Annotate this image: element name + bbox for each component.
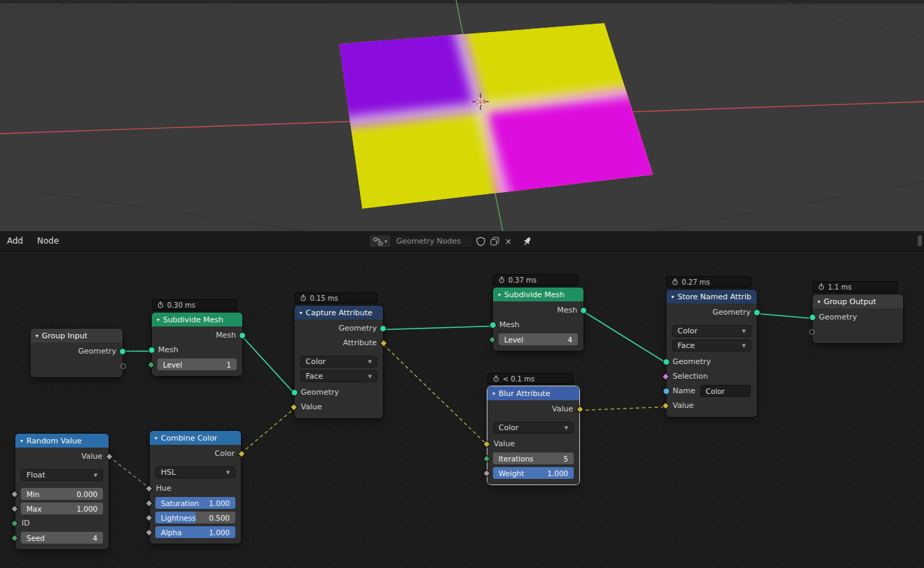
- data-type-dropdown[interactable]: Color▼: [672, 325, 751, 337]
- domain-dropdown[interactable]: Face▼: [300, 370, 377, 382]
- output-label: Mesh: [216, 331, 236, 340]
- collapse-icon[interactable]: ▾: [20, 438, 23, 444]
- input-label: Selection: [673, 372, 708, 381]
- node-header[interactable]: ▾ Blur Attribute: [487, 386, 579, 400]
- collapse-icon[interactable]: ▾: [155, 435, 157, 441]
- stopwatch-icon: [499, 276, 505, 283]
- collapse-icon[interactable]: ▾: [157, 317, 159, 323]
- chevron-down-icon: ▼: [94, 473, 97, 478]
- iterations-slider[interactable]: Iterations5: [493, 452, 574, 464]
- node-group-input[interactable]: ▾ Group Input Geometry: [31, 329, 123, 377]
- socket-mesh-output[interactable]: [580, 307, 587, 314]
- max-slider[interactable]: Max1.000: [21, 503, 103, 514]
- socket-geometry-output[interactable]: [119, 348, 126, 355]
- collapse-icon[interactable]: ▾: [671, 294, 674, 300]
- node-tree-name-field[interactable]: Geometry Nodes: [391, 235, 473, 248]
- duplicate-icon: [490, 237, 499, 246]
- socket-virtual-input[interactable]: [809, 329, 815, 335]
- timing-badge: 0.37 ms: [493, 274, 578, 285]
- node-subdivide-mesh-1[interactable]: 0.30 ms ▾ Subdivide Mesh Mesh Mesh Level…: [152, 299, 242, 376]
- socket-virtual-output[interactable]: [120, 363, 126, 369]
- alpha-slider[interactable]: Alpha1.000: [155, 526, 235, 538]
- node-blur-attribute[interactable]: < 0.1 ms ▾ Blur Attribute Value Color▼ V…: [487, 373, 579, 484]
- input-label: Value: [494, 439, 515, 448]
- node-header[interactable]: ▾ Combine Color: [150, 431, 241, 445]
- mode-dropdown[interactable]: HSL▼: [155, 466, 235, 478]
- attribute-name-field[interactable]: Color: [700, 385, 751, 397]
- pin-button[interactable]: [521, 235, 533, 248]
- level-slider[interactable]: Level1: [157, 358, 237, 370]
- node-editor-canvas[interactable]: [0, 252, 924, 568]
- node-title: Combine Color: [161, 434, 217, 443]
- timing-badge: 0.15 ms: [295, 292, 377, 303]
- node-tree-icon: [373, 237, 383, 246]
- node-header[interactable]: ▾ Store Named Attrib…: [666, 290, 757, 303]
- data-type-dropdown[interactable]: Float▼: [21, 469, 103, 481]
- pushpin-icon: [522, 236, 533, 247]
- node-title: Random Value: [26, 436, 81, 445]
- collapse-icon[interactable]: ▾: [817, 299, 820, 305]
- node-title: Store Named Attrib…: [678, 292, 752, 301]
- lightness-slider[interactable]: Lightness0.500: [155, 512, 235, 523]
- node-title: Capture Attribute: [306, 308, 373, 317]
- menu-add[interactable]: Add: [0, 231, 30, 251]
- node-header[interactable]: ▾ Subdivide Mesh: [493, 287, 584, 301]
- unlink-button[interactable]: ×: [501, 235, 515, 248]
- data-type-dropdown[interactable]: Color▼: [493, 422, 574, 434]
- input-label: Geometry: [673, 357, 711, 366]
- output-label: Geometry: [712, 308, 751, 317]
- node-editor-header: Add Node ▾ Geometry Nodes: [0, 231, 924, 251]
- output-label: Value: [552, 404, 573, 413]
- output-label: Geometry: [78, 347, 116, 356]
- input-label: Geometry: [819, 313, 857, 322]
- socket-geometry-input[interactable]: [291, 389, 298, 396]
- node-store-named-attribute[interactable]: 0.27 ms ▾ Store Named Attrib… Geometry C…: [666, 276, 757, 417]
- node-group-output[interactable]: 1.1 ms ▾ Group Output Geometry: [813, 281, 903, 343]
- input-label: ID: [22, 519, 30, 528]
- stopwatch-icon: [672, 278, 678, 285]
- data-type-dropdown[interactable]: Color▼: [300, 356, 377, 368]
- seed-slider[interactable]: Seed4: [21, 532, 103, 544]
- input-label: Mesh: [158, 345, 178, 354]
- collapse-icon[interactable]: ▾: [492, 390, 495, 397]
- level-slider[interactable]: Level4: [499, 333, 578, 345]
- socket-geometry-output[interactable]: [379, 325, 386, 332]
- node-random-value[interactable]: ▾ Random Value Value Float▼ Min0.000 Max…: [15, 434, 109, 549]
- collapse-icon[interactable]: ▾: [498, 292, 501, 298]
- new-copy-button[interactable]: [487, 235, 501, 248]
- header-scrollbar[interactable]: [918, 235, 922, 246]
- socket-geometry-input[interactable]: [663, 358, 670, 365]
- socket-geometry-output[interactable]: [753, 309, 760, 316]
- timing-badge: 0.30 ms: [152, 299, 237, 310]
- node-subdivide-mesh-2[interactable]: 0.37 ms ▾ Subdivide Mesh Mesh Mesh Level…: [493, 274, 584, 351]
- blender-window: Add Node ▾ Geometry Nodes: [0, 0, 924, 568]
- node-header[interactable]: ▾ Group Input: [31, 329, 123, 342]
- node-header[interactable]: ▾ Group Output: [813, 294, 903, 308]
- socket-mesh-input[interactable]: [490, 322, 496, 329]
- shield-icon: [476, 237, 485, 246]
- node-header[interactable]: ▾ Subdivide Mesh: [152, 313, 242, 326]
- socket-name-input[interactable]: [663, 388, 670, 395]
- collapse-icon[interactable]: ▾: [299, 310, 302, 316]
- collapse-icon[interactable]: ▾: [36, 333, 38, 339]
- chevron-down-icon: ▼: [226, 470, 230, 475]
- socket-mesh-output[interactable]: [239, 332, 246, 339]
- saturation-slider[interactable]: Saturation1.000: [155, 497, 235, 509]
- socket-mesh-input[interactable]: [148, 347, 155, 354]
- stopwatch-icon: [818, 283, 824, 290]
- fake-user-button[interactable]: [473, 235, 487, 248]
- stopwatch-icon: [300, 294, 306, 301]
- socket-geometry-input[interactable]: [809, 314, 816, 321]
- chevron-down-icon: ▼: [565, 425, 568, 431]
- min-slider[interactable]: Min0.000: [21, 488, 103, 500]
- node-combine-color[interactable]: ▾ Combine Color Color HSL▼ Hue Saturatio…: [150, 431, 241, 544]
- node-header[interactable]: ▾ Random Value: [15, 434, 109, 448]
- node-capture-attribute[interactable]: 0.15 ms ▾ Capture Attribute Geometry Att…: [295, 292, 383, 418]
- node-header[interactable]: ▾ Capture Attribute: [295, 306, 383, 320]
- menu-node[interactable]: Node: [30, 231, 65, 251]
- node-tree-browse-button[interactable]: ▾: [369, 235, 391, 248]
- viewport-3d[interactable]: [0, 0, 924, 231]
- weight-slider[interactable]: Weight1.000: [493, 467, 574, 479]
- timing-badge: < 0.1 ms: [487, 373, 574, 384]
- domain-dropdown[interactable]: Face▼: [672, 340, 751, 352]
